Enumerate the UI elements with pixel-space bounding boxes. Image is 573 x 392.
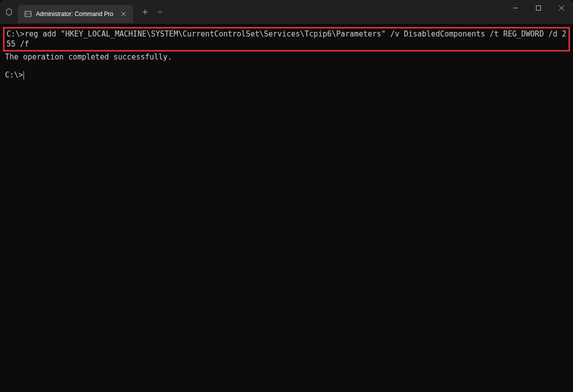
command-line: C:\>reg add "HKEY_LOCAL_MACHINE\SYSTEM\C… <box>6 30 566 49</box>
active-tab[interactable]: C:\ Administrator: Command Pro <box>18 5 133 23</box>
titlebar: C:\ Administrator: Command Pro <box>0 0 573 24</box>
maximize-button[interactable] <box>527 0 550 16</box>
close-button[interactable] <box>550 0 573 16</box>
svg-text:C:\: C:\ <box>26 12 32 16</box>
command-text: reg add "HKEY_LOCAL_MACHINE\SYSTEM\Curre… <box>6 30 566 48</box>
highlight-annotation: C:\>reg add "HKEY_LOCAL_MACHINE\SYSTEM\C… <box>3 27 570 52</box>
minimize-button[interactable] <box>504 0 527 16</box>
svg-rect-7 <box>536 6 541 10</box>
new-tab-button[interactable] <box>137 4 153 20</box>
tab-title: Administrator: Command Pro <box>36 10 115 18</box>
output-line: The operation completed successfully. <box>5 52 568 62</box>
window-controls <box>504 0 573 24</box>
prompt: C:\> <box>6 30 24 38</box>
prompt: C:\> <box>5 70 23 80</box>
terminal-icon: C:\ <box>24 10 32 18</box>
cursor <box>24 71 24 80</box>
tab-close-button[interactable] <box>119 10 128 18</box>
titlebar-left: C:\ Administrator: Command Pro <box>0 0 167 24</box>
prompt-line: C:\> <box>5 70 568 80</box>
tab-dropdown-button[interactable] <box>153 4 167 20</box>
shield-icon <box>0 0 18 24</box>
terminal-content[interactable]: C:\>reg add "HKEY_LOCAL_MACHINE\SYSTEM\C… <box>0 24 573 84</box>
